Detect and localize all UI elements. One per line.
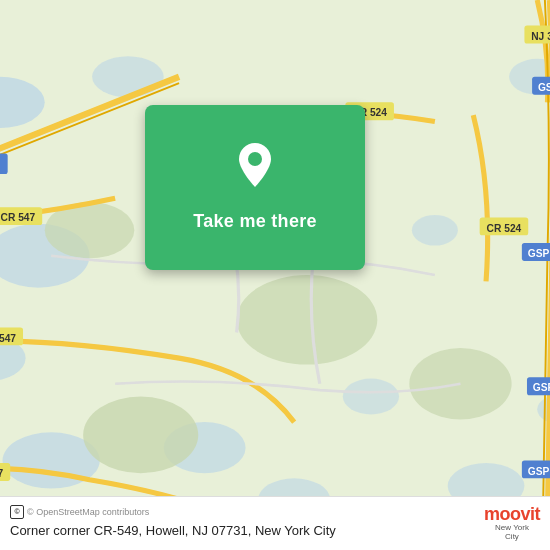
svg-point-9	[343, 379, 399, 415]
moovit-city-label: New YorkCity	[495, 523, 529, 542]
osm-attribution: © © OpenStreetMap contributors	[10, 505, 336, 519]
map-background: I 195 CR 547 CR 547 CR 547 CR 524 CR 524…	[0, 0, 550, 550]
svg-text:CR 547: CR 547	[0, 468, 4, 479]
svg-point-10	[412, 215, 458, 246]
svg-text:CR 547: CR 547	[0, 333, 16, 344]
svg-text:NJ 34: NJ 34	[531, 31, 550, 42]
svg-text:GSP: GSP	[533, 382, 550, 393]
location-card[interactable]: Take me there	[145, 105, 365, 270]
bottom-bar: © © OpenStreetMap contributors Corner co…	[0, 496, 550, 550]
map-container: I 195 CR 547 CR 547 CR 547 CR 524 CR 524…	[0, 0, 550, 550]
moovit-logo: moovit New YorkCity	[484, 505, 540, 542]
svg-text:GSP: GSP	[538, 82, 550, 93]
svg-text:CR 524: CR 524	[487, 223, 522, 234]
osm-logo-icon: ©	[10, 505, 24, 519]
svg-text:GSP: GSP	[528, 248, 550, 259]
svg-rect-18	[0, 153, 8, 173]
pin-icon	[233, 143, 277, 199]
svg-point-6	[92, 56, 164, 97]
svg-point-14	[83, 397, 198, 474]
osm-text: © OpenStreetMap contributors	[27, 507, 149, 517]
address-text: Corner corner CR-549, Howell, NJ 07731, …	[10, 523, 336, 538]
svg-point-40	[248, 152, 262, 166]
bottom-left-info: © © OpenStreetMap contributors Corner co…	[10, 505, 336, 538]
svg-point-15	[237, 275, 378, 365]
take-me-there-button[interactable]: Take me there	[193, 211, 317, 232]
moovit-brand-name: moovit	[484, 505, 540, 523]
svg-text:GSP: GSP	[528, 466, 550, 477]
svg-text:CR 547: CR 547	[1, 212, 36, 223]
